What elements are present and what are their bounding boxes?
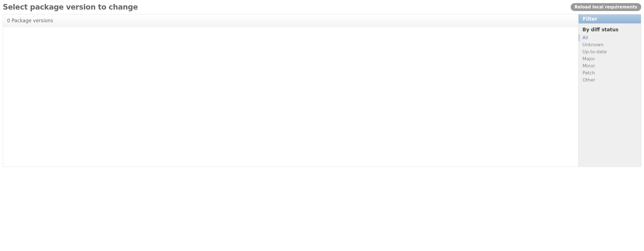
reload-requirements-button[interactable]: Reload local requirements <box>571 3 641 11</box>
filter-item-up-to-date[interactable]: Up-to-date <box>579 48 641 55</box>
filter-item-other[interactable]: Other <box>579 76 641 83</box>
object-tools: Reload local requirements <box>571 3 641 11</box>
filter-item-patch[interactable]: Patch <box>579 69 641 76</box>
filter-item-major[interactable]: Major <box>579 55 641 62</box>
changelist: 0 Package versions <box>3 14 578 167</box>
page-title: Select package version to change <box>3 3 138 11</box>
filter-group-title: By diff status <box>579 26 641 34</box>
filter-item-unknown[interactable]: Unknown <box>579 41 641 48</box>
filter-header: Filter <box>579 14 641 23</box>
filter-group-diff-status: By diff status All Unknown Up-to-date Ma… <box>579 23 641 86</box>
results-count: 0 Package versions <box>3 14 578 27</box>
filter-sidebar: Filter By diff status All Unknown Up-to-… <box>578 14 641 167</box>
filter-item-all[interactable]: All <box>579 34 641 41</box>
filter-item-minor[interactable]: Minor <box>579 62 641 69</box>
changelist-body <box>3 27 578 167</box>
